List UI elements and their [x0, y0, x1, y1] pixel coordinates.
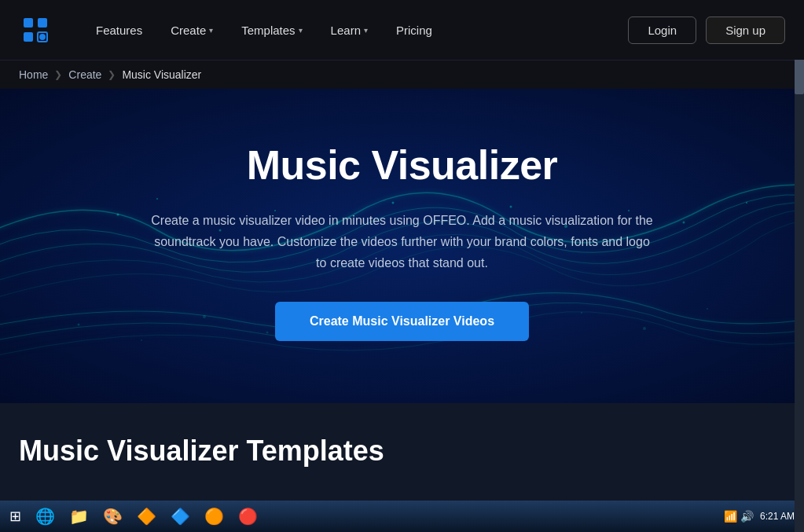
- taskbar-clock: 6:21 AM: [760, 511, 795, 513]
- network-icon: 📶: [724, 510, 737, 513]
- app3-icon: 🎨: [103, 507, 123, 513]
- nav-actions: Login Sign up: [628, 17, 785, 44]
- chevron-down-icon: ▾: [364, 26, 368, 35]
- taskbar-chrome-button[interactable]: 🟠: [198, 503, 230, 513]
- app5-icon: 🔷: [171, 507, 190, 513]
- svg-point-18: [746, 202, 747, 204]
- breadcrumb-separator-1: ❯: [54, 69, 62, 80]
- nav-links: Features Create ▾ Templates ▾ Learn ▾ Pr…: [83, 17, 628, 43]
- breadcrumb-create[interactable]: Create: [68, 68, 101, 81]
- breadcrumb-separator-2: ❯: [108, 69, 116, 80]
- taskbar-app4-button[interactable]: 🔶: [130, 503, 163, 513]
- taskbar-start-button[interactable]: ⊞: [3, 503, 28, 513]
- svg-rect-3: [24, 32, 33, 42]
- svg-rect-1: [24, 18, 33, 28]
- scrollbar-track[interactable]: [795, 0, 804, 513]
- volume-icon: 🔊: [740, 510, 754, 513]
- login-button[interactable]: Login: [628, 17, 696, 44]
- hero-content: Music Visualizer Create a music visualiz…: [151, 143, 654, 342]
- svg-point-20: [141, 339, 142, 341]
- taskbar-explorer-button[interactable]: 📁: [63, 503, 95, 513]
- taskbar-ie-button[interactable]: 🌐: [29, 503, 61, 513]
- taskbar-app7-button[interactable]: 🔴: [232, 503, 264, 513]
- chevron-down-icon: ▾: [299, 26, 303, 35]
- nav-learn[interactable]: Learn ▾: [318, 17, 380, 43]
- svg-point-29: [707, 308, 708, 310]
- signup-button[interactable]: Sign up: [706, 17, 785, 44]
- breadcrumb-current: Music Visualizer: [122, 68, 201, 81]
- logo[interactable]: [19, 13, 52, 46]
- taskbar-app5-button[interactable]: 🔷: [164, 503, 196, 513]
- taskbar-right: 📶 🔊 6:21 AM: [724, 510, 801, 513]
- folder-icon: 📁: [69, 507, 89, 513]
- breadcrumb: Home ❯ Create ❯ Music Visualizer: [0, 60, 804, 89]
- chrome-icon: 🟠: [204, 507, 224, 513]
- app4-icon: 🔶: [137, 507, 156, 513]
- taskbar-system-icons: 📶 🔊: [724, 510, 754, 513]
- svg-point-17: [683, 222, 685, 224]
- nav-templates[interactable]: Templates ▾: [229, 17, 314, 43]
- windows-icon: ⊞: [9, 508, 21, 513]
- section-title: Music Visualizer Templates: [19, 435, 785, 468]
- nav-pricing[interactable]: Pricing: [384, 17, 445, 43]
- nav-create[interactable]: Create ▾: [158, 17, 226, 43]
- cta-button[interactable]: Create Music Visualizer Videos: [275, 302, 529, 341]
- svg-rect-2: [38, 18, 47, 28]
- svg-point-19: [78, 324, 80, 326]
- taskbar: ⊞ 🌐 📁 🎨 🔶 🔷 🟠 🔴 📶 🔊 6:21 AM: [0, 501, 804, 513]
- svg-point-5: [39, 34, 46, 40]
- hero-title: Music Visualizer: [151, 143, 654, 188]
- breadcrumb-home[interactable]: Home: [19, 68, 48, 81]
- hero-section: Music Visualizer Create a music visualiz…: [0, 89, 804, 403]
- nav-features[interactable]: Features: [83, 17, 155, 43]
- taskbar-app3-button[interactable]: 🎨: [97, 503, 129, 513]
- svg-point-7: [117, 214, 119, 216]
- ie-icon: 🌐: [35, 507, 55, 513]
- app7-icon: 🔴: [238, 507, 258, 513]
- chevron-down-icon: ▾: [209, 26, 213, 35]
- navbar: Features Create ▾ Templates ▾ Learn ▾ Pr…: [0, 0, 804, 60]
- hero-description: Create a music visualizer video in minut…: [151, 210, 654, 274]
- below-hero-section: Music Visualizer Templates: [0, 403, 804, 513]
